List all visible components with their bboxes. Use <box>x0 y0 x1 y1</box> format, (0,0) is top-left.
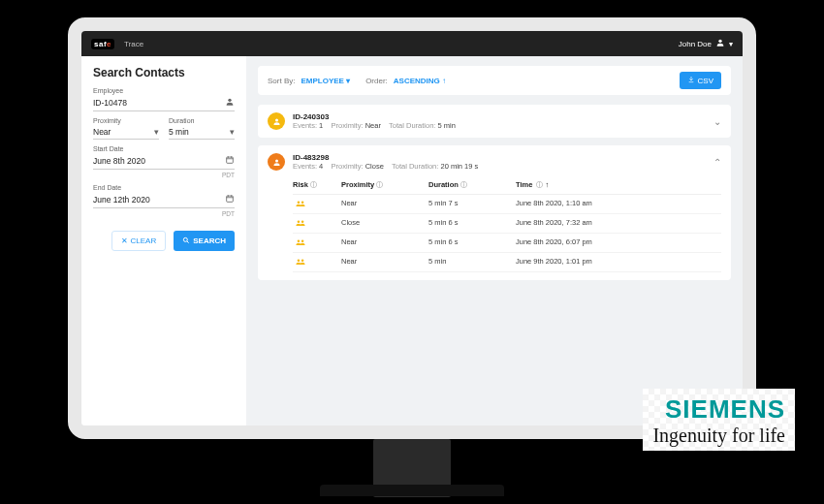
chevron-down-icon: ▾ <box>230 127 235 137</box>
svg-point-5 <box>275 118 278 121</box>
chevron-down-icon: ▾ <box>154 127 159 137</box>
proximity-select[interactable]: Near ▾ <box>93 124 159 140</box>
user-icon <box>715 38 725 49</box>
avatar-icon <box>268 153 285 171</box>
svg-rect-3 <box>227 196 234 202</box>
svg-point-12 <box>301 240 304 243</box>
svg-point-1 <box>228 99 231 102</box>
export-csv-button[interactable]: CSV <box>680 72 721 89</box>
cell-proximity: Near <box>341 237 428 248</box>
user-name: John Doe <box>679 40 712 48</box>
col-time[interactable]: Time ⓘ ↑ <box>516 180 721 190</box>
brand-section[interactable]: Trace <box>124 40 143 48</box>
sort-by-label: Sort By: <box>268 77 295 85</box>
result-header[interactable]: ID-483298Events: 4 Proximity: Close Tota… <box>268 153 721 171</box>
end-date-tz: PDT <box>93 210 235 217</box>
svg-point-9 <box>298 221 301 224</box>
employee-field[interactable]: ID-10478 <box>93 94 235 111</box>
end-date-label: End Date <box>93 184 235 191</box>
siemens-logo: SIEMENS Ingenuity for life <box>643 389 795 451</box>
col-duration[interactable]: Durationⓘ <box>428 180 516 190</box>
start-date-field[interactable]: June 8th 2020 <box>93 152 235 170</box>
clear-button[interactable]: ✕ CLEAR <box>111 231 167 251</box>
app-window: safe Trace John Doe ▾ Search Contacts Em… <box>68 17 756 439</box>
result-id: ID-483298 <box>293 153 478 162</box>
chevron-up-icon: ⌃ <box>713 157 721 168</box>
monitor-base <box>320 485 504 496</box>
cell-time: June 9th 2020, 1:01 pm <box>516 257 721 268</box>
order-select[interactable]: ASCENDING ↑ <box>394 77 446 85</box>
svg-point-4 <box>184 237 188 241</box>
employee-label: Employee <box>93 87 235 94</box>
risk-icon <box>293 199 308 208</box>
svg-point-8 <box>301 202 304 205</box>
cell-proximity: Near <box>341 199 428 209</box>
cell-duration: 5 min 7 s <box>428 199 516 209</box>
result-header[interactable]: ID-240303Events: 1 Proximity: Near Total… <box>268 112 721 130</box>
result-id: ID-240303 <box>293 112 456 121</box>
close-icon: ✕ <box>121 236 128 245</box>
end-date-field[interactable]: June 12th 2020 <box>93 191 235 208</box>
arrow-up-icon: ↑ <box>442 77 446 85</box>
svg-point-13 <box>298 260 301 263</box>
cell-time: June 8th 2020, 1:10 am <box>516 199 721 209</box>
result-meta: Events: 4 Proximity: Close Total Duratio… <box>293 162 478 171</box>
svg-point-7 <box>298 202 301 205</box>
risk-icon <box>293 237 308 247</box>
info-icon: ⓘ <box>310 181 317 188</box>
start-date-label: Start Date <box>93 145 235 152</box>
cell-duration: 5 min <box>428 257 516 268</box>
result-card: ID-240303Events: 1 Proximity: Near Total… <box>258 105 731 138</box>
chevron-down-icon: ▾ <box>729 40 733 48</box>
chevron-down-icon: ▾ <box>346 77 350 85</box>
search-button[interactable]: SEARCH <box>174 231 235 251</box>
svg-point-10 <box>301 221 304 224</box>
result-meta: Events: 1 Proximity: Near Total Duration… <box>293 121 456 130</box>
calendar-icon <box>225 194 235 205</box>
arrow-up-icon: ↑ <box>546 180 550 189</box>
table-row[interactable]: Close5 min 6 sJune 8th 2020, 7:32 am <box>293 214 721 234</box>
col-risk: Riskⓘ <box>293 180 341 190</box>
svg-point-11 <box>298 240 301 243</box>
table-row[interactable]: Near5 min 6 sJune 8th 2020, 6:07 pm <box>293 234 721 253</box>
risk-icon <box>293 257 308 267</box>
topbar: safe Trace John Doe ▾ <box>81 31 743 56</box>
download-icon <box>687 76 695 85</box>
brand-logo: safe Trace <box>91 39 143 49</box>
table-row[interactable]: Near5 minJune 9th 2020, 1:01 pm <box>293 253 721 272</box>
result-card: ID-483298Events: 4 Proximity: Close Tota… <box>258 145 731 280</box>
info-icon: ⓘ <box>460 181 467 188</box>
duration-label: Duration <box>169 117 235 124</box>
cell-time: June 8th 2020, 7:32 am <box>516 218 721 229</box>
svg-rect-2 <box>227 157 234 163</box>
panel-title: Search Contacts <box>93 66 235 79</box>
user-menu[interactable]: John Doe ▾ <box>679 38 733 49</box>
table-header: RiskⓘProximityⓘDurationⓘTime ⓘ ↑ <box>293 176 721 195</box>
svg-point-6 <box>275 159 278 162</box>
avatar-icon <box>268 112 285 130</box>
event-table: RiskⓘProximityⓘDurationⓘTime ⓘ ↑Near5 mi… <box>293 176 721 272</box>
info-icon: ⓘ <box>376 181 383 188</box>
person-icon <box>225 97 235 109</box>
table-row[interactable]: Near5 min 7 sJune 8th 2020, 1:10 am <box>293 195 721 214</box>
results-panel: Sort By: EMPLOYEE ▾ Order: ASCENDING ↑ C… <box>246 56 743 425</box>
cell-duration: 5 min 6 s <box>428 237 516 248</box>
cell-time: June 8th 2020, 6:07 pm <box>516 237 721 248</box>
start-date-tz: PDT <box>93 172 235 178</box>
chevron-down-icon: ⌄ <box>713 116 721 127</box>
sort-by-select[interactable]: EMPLOYEE ▾ <box>301 77 350 85</box>
search-icon <box>182 236 190 246</box>
cell-proximity: Close <box>341 218 428 229</box>
sort-bar: Sort By: EMPLOYEE ▾ Order: ASCENDING ↑ C… <box>258 66 731 95</box>
col-proximity[interactable]: Proximityⓘ <box>341 180 428 190</box>
cell-duration: 5 min 6 s <box>428 218 516 229</box>
svg-point-14 <box>301 260 304 263</box>
calendar-icon <box>225 155 235 167</box>
cell-proximity: Near <box>341 257 428 268</box>
risk-icon <box>293 218 308 228</box>
search-panel: Search Contacts Employee ID-10478 Proxim… <box>81 56 246 425</box>
info-icon: ⓘ <box>536 181 543 188</box>
duration-select[interactable]: 5 min ▾ <box>169 124 235 140</box>
svg-point-0 <box>718 40 721 43</box>
proximity-label: Proximity <box>93 117 159 124</box>
